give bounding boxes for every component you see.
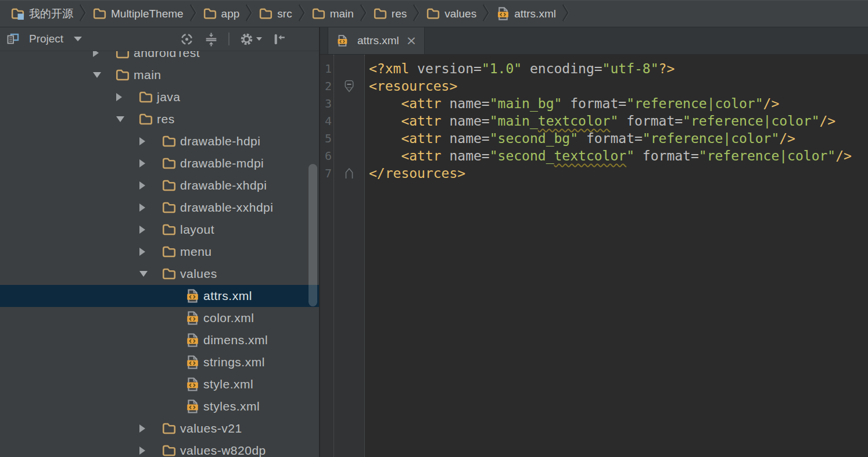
breadcrumb-label: app (221, 8, 240, 20)
tree-item-styles.xml[interactable]: styles.xml (0, 395, 319, 417)
xml-file-icon (496, 6, 510, 21)
folder-icon (92, 6, 107, 21)
breadcrumb-item-app[interactable]: app (197, 1, 242, 27)
breadcrumb-item-src[interactable]: src (253, 1, 294, 27)
tree-item-attrs.xml[interactable]: attrs.xml (0, 285, 319, 307)
breadcrumb-item-attrs.xml[interactable]: attrs.xml (490, 1, 558, 27)
folder-icon (162, 178, 177, 193)
chevron-right-icon[interactable] (139, 159, 145, 167)
line-number: 3 (320, 95, 333, 112)
chevron-right-icon[interactable] (139, 248, 145, 256)
code-line[interactable]: <resources> (369, 77, 868, 95)
folder-icon (162, 443, 177, 457)
breadcrumb: 我的开源MultipleThemeappsrcmainresvaluesattr… (0, 0, 868, 27)
chevron-right-icon[interactable] (139, 424, 145, 433)
breadcrumb-item-res[interactable]: res (367, 1, 409, 27)
chevron-right-icon[interactable] (139, 447, 145, 455)
tree-item-main[interactable]: main (0, 64, 319, 86)
line-number: 7 (320, 165, 333, 182)
hide-panel-icon[interactable] (272, 32, 286, 47)
chevron-right-icon[interactable] (116, 93, 122, 101)
xml-file-icon (185, 377, 200, 392)
folder-icon (162, 134, 177, 149)
folder-icon (138, 90, 153, 105)
tree-item-label: values-w820dp (180, 444, 266, 457)
tree-item-label: style.xml (203, 377, 253, 391)
tree-item-label: attrs.xml (203, 289, 252, 303)
chevron-right-icon[interactable] (139, 137, 145, 145)
code-line[interactable]: <attr name="second_textcolor" format="re… (369, 147, 868, 165)
code-content[interactable]: <?xml version="1.0" encoding="utf-8"?><r… (365, 55, 868, 457)
fold-end-icon[interactable] (345, 167, 354, 181)
fold-start-icon[interactable] (345, 80, 354, 95)
code-line[interactable]: <?xml version="1.0" encoding="utf-8"?> (369, 60, 868, 77)
chevron-down-icon[interactable] (93, 72, 101, 78)
tree-item-values-w820dp[interactable]: values-w820dp (0, 440, 319, 457)
breadcrumb-item-multipletheme[interactable]: MultipleTheme (87, 1, 186, 27)
tree-item-drawable-xxhdpi[interactable]: drawable-xxhdpi (0, 197, 319, 219)
folder-icon (426, 6, 440, 21)
chevron-down-icon (256, 37, 262, 41)
tree-item-label: values-v21 (180, 422, 242, 435)
code-editor[interactable]: 1234567 <?xml version="1.0" encoding="ut… (320, 55, 868, 457)
chevron-down-icon[interactable] (139, 271, 148, 277)
folder-icon (162, 200, 177, 215)
code-line[interactable]: <attr name="second_bg" format="reference… (369, 130, 868, 147)
breadcrumb-label: main (330, 8, 354, 20)
close-icon[interactable]: × (406, 34, 417, 47)
folder-icon (162, 156, 177, 171)
tree-item-res[interactable]: res (0, 108, 319, 130)
tree-item-layout[interactable]: layout (0, 219, 319, 241)
settings-gear-icon[interactable] (239, 32, 262, 47)
line-number: 5 (320, 130, 333, 147)
editor-area: attrs.xml × 1234567 <?xml version="1.0" … (320, 27, 868, 457)
project-panel-toolbar (180, 32, 311, 47)
tree-item-drawable-mdpi[interactable]: drawable-mdpi (0, 152, 319, 174)
tree-item-label: layout (180, 223, 214, 237)
breadcrumb-item-values[interactable]: values (420, 1, 479, 27)
breadcrumb-separator-icon (245, 3, 253, 24)
tree-item-label: drawable-hdpi (180, 134, 260, 148)
editor-tab-bar: attrs.xml × (320, 27, 868, 55)
tree-item-label: drawable-mdpi (180, 156, 264, 170)
code-line[interactable]: <attr name="main_bg" format="reference|c… (369, 95, 868, 112)
tree-item-values[interactable]: values (0, 263, 319, 285)
xml-file-icon (185, 288, 200, 304)
tree-item-label: menu (180, 245, 212, 259)
chevron-right-icon[interactable] (139, 226, 145, 234)
project-panel-header: Project (0, 27, 319, 51)
code-line[interactable]: </resources> (369, 165, 868, 182)
tree-item-androidtest[interactable]: androidTest (0, 51, 319, 64)
chevron-right-icon[interactable] (93, 51, 99, 57)
locate-icon[interactable] (180, 32, 194, 47)
toolbar-separator (228, 33, 229, 45)
tree-item-color.xml[interactable]: color.xml (0, 307, 319, 329)
breadcrumb-item-main[interactable]: main (306, 1, 356, 27)
chevron-right-icon[interactable] (139, 181, 145, 190)
line-number: 4 (320, 112, 333, 130)
code-line[interactable]: <attr name="main_textcolor" format="refe… (369, 112, 868, 130)
line-number: 2 (320, 77, 333, 95)
tree-item-label: java (157, 90, 181, 104)
tree-item-drawable-xhdpi[interactable]: drawable-xhdpi (0, 174, 319, 197)
scrollbar-thumb[interactable] (309, 164, 317, 306)
chevron-down-icon[interactable] (116, 116, 124, 122)
breadcrumb-item--[interactable]: 我的开源 (5, 1, 76, 27)
tab-attrs-xml[interactable]: attrs.xml × (328, 27, 425, 54)
collapse-all-icon[interactable] (204, 32, 218, 47)
tree-item-dimens.xml[interactable]: dimens.xml (0, 329, 319, 351)
xml-file-icon (185, 310, 200, 326)
tab-label: attrs.xml (357, 34, 399, 47)
xml-file-icon (185, 333, 200, 348)
tree-item-style.xml[interactable]: style.xml (0, 373, 319, 395)
chevron-right-icon[interactable] (139, 203, 145, 212)
tree-item-java[interactable]: java (0, 86, 319, 108)
project-view-selector[interactable]: Project (6, 32, 82, 46)
tree-item-label: drawable-xxhdpi (180, 201, 273, 215)
folder-icon (162, 222, 177, 237)
tree-item-drawable-hdpi[interactable]: drawable-hdpi (0, 130, 319, 152)
tree-item-values-v21[interactable]: values-v21 (0, 417, 319, 440)
tree-item-menu[interactable]: menu (0, 241, 319, 263)
tree-item-strings.xml[interactable]: strings.xml (0, 351, 319, 373)
breadcrumb-separator-icon (79, 3, 87, 24)
